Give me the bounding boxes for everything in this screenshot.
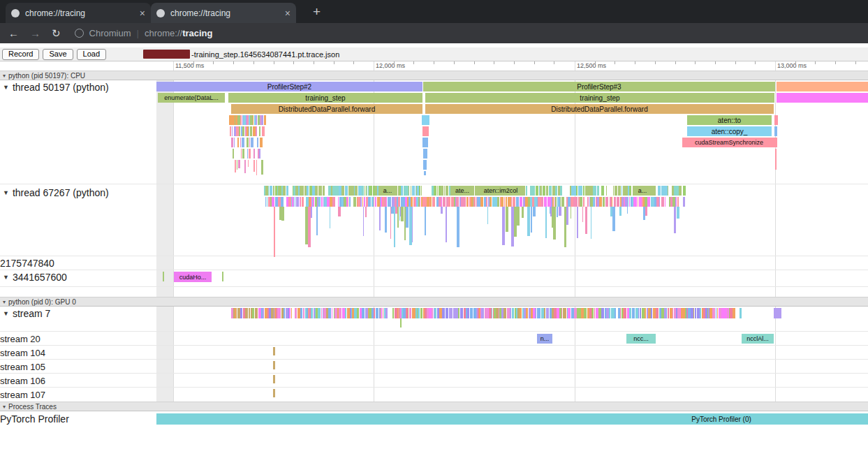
- trace-event-micro[interactable]: [425, 207, 426, 235]
- trace-event-micro[interactable]: [516, 197, 519, 207]
- trace-event-micro[interactable]: [362, 308, 365, 318]
- trace-event-micro[interactable]: [473, 197, 476, 207]
- trace-event-micro[interactable]: [645, 308, 646, 318]
- trace-event-micro[interactable]: [659, 197, 660, 207]
- trace-event[interactable]: [774, 115, 778, 125]
- trace-event-micro[interactable]: [261, 160, 263, 175]
- trace-event-micro[interactable]: [259, 126, 260, 136]
- trace-event-micro[interactable]: [412, 186, 415, 196]
- trace-event-micro[interactable]: [367, 186, 367, 196]
- trace-event-micro[interactable]: [385, 207, 387, 233]
- trace-event-micro[interactable]: [247, 149, 248, 159]
- trace-event-micro[interactable]: [420, 197, 420, 207]
- trace-event-micro[interactable]: [483, 308, 484, 318]
- trace-event-micro[interactable]: [397, 207, 399, 228]
- trace-event-micro[interactable]: [693, 308, 694, 318]
- trace-event-micro[interactable]: [443, 197, 446, 207]
- trace-event-micro[interactable]: [491, 197, 492, 207]
- trace-event-micro[interactable]: [371, 186, 372, 196]
- trace-event[interactable]: [273, 375, 275, 383]
- trace-event-micro[interactable]: [363, 207, 364, 236]
- trace-event-micro[interactable]: [609, 308, 610, 318]
- trace-event-micro[interactable]: [375, 197, 376, 207]
- trace-event-micro[interactable]: [526, 186, 527, 196]
- trace-event-micro[interactable]: [238, 160, 240, 168]
- trace-event-micro[interactable]: [568, 308, 571, 318]
- trace-event-micro[interactable]: [267, 197, 267, 207]
- trace-event-micro[interactable]: [360, 197, 362, 207]
- trace-event-micro[interactable]: [296, 197, 299, 207]
- trace-event[interactable]: PyTorch Profiler (0): [156, 413, 868, 425]
- trace-event-micro[interactable]: [740, 308, 742, 318]
- trace-event[interactable]: ProfilerStep#2: [156, 82, 422, 91]
- trace-event-micro[interactable]: [520, 197, 522, 207]
- trace-event-micro[interactable]: [318, 308, 321, 318]
- trace-event-micro[interactable]: [470, 308, 473, 318]
- trace-event-micro[interactable]: [532, 186, 535, 196]
- trace-event-micro[interactable]: [259, 149, 260, 159]
- trace-event-micro[interactable]: [368, 197, 371, 207]
- trace-event-micro[interactable]: [420, 308, 422, 318]
- trace-event[interactable]: [273, 347, 275, 355]
- trace-event-micro[interactable]: [605, 197, 608, 207]
- trace-event-micro[interactable]: [240, 115, 242, 125]
- trace-event-micro[interactable]: [600, 197, 602, 207]
- trace-event-micro[interactable]: [613, 186, 614, 196]
- trace-event[interactable]: [775, 138, 777, 147]
- trace-event-micro[interactable]: [286, 186, 288, 196]
- trace-event[interactable]: DistributedDataParallel.forward: [425, 104, 774, 114]
- trace-event-micro[interactable]: [621, 186, 622, 196]
- trace-event-micro[interactable]: [620, 308, 621, 318]
- trace-event-micro[interactable]: [666, 308, 667, 318]
- trace-event-micro[interactable]: [531, 207, 532, 233]
- track-label[interactable]: ▼thread 50197 (python): [3, 82, 109, 93]
- trace-event-micro[interactable]: [456, 197, 459, 207]
- trace-event-micro[interactable]: [249, 138, 250, 147]
- track-label[interactable]: stream 104: [0, 347, 45, 358]
- trace-event-micro[interactable]: [355, 186, 358, 196]
- trace-event-micro[interactable]: [381, 308, 382, 318]
- trace-event[interactable]: [424, 171, 426, 175]
- trace-event-micro[interactable]: [535, 308, 536, 318]
- track-label[interactable]: stream 105: [0, 361, 45, 372]
- trace-event-micro[interactable]: [231, 138, 233, 147]
- trace-event-micro[interactable]: [695, 308, 696, 318]
- trace-event[interactable]: [222, 272, 223, 281]
- trace-event-micro[interactable]: [248, 160, 249, 167]
- trace-event-micro[interactable]: [300, 308, 302, 318]
- trace-event-micro[interactable]: [234, 138, 235, 147]
- trace-event-micro[interactable]: [585, 207, 587, 234]
- trace-event-micro[interactable]: [392, 308, 394, 318]
- trace-event[interactable]: [274, 207, 275, 257]
- trace-event-micro[interactable]: [629, 197, 630, 207]
- trace-event-micro[interactable]: [268, 186, 269, 196]
- trace-event-micro[interactable]: [597, 186, 599, 196]
- section-header[interactable]: ▾python (pid 0): GPU 0: [0, 297, 868, 307]
- trace-event[interactable]: ate...: [450, 186, 474, 196]
- trace-event-micro[interactable]: [311, 308, 313, 318]
- trace-event[interactable]: [774, 308, 781, 318]
- trace-event[interactable]: [163, 272, 164, 281]
- trace-event-micro[interactable]: [546, 308, 549, 318]
- trace-event-micro[interactable]: [242, 138, 244, 147]
- trace-event-micro[interactable]: [421, 186, 422, 196]
- trace-event-micro[interactable]: [575, 197, 578, 207]
- trace-event-micro[interactable]: [385, 308, 388, 318]
- trace-event-micro[interactable]: [674, 207, 676, 233]
- trace-event-micro[interactable]: [566, 207, 568, 225]
- trace-event-micro[interactable]: [315, 186, 318, 196]
- trace-event-micro[interactable]: [612, 197, 612, 207]
- trace-event-micro[interactable]: [253, 115, 253, 125]
- trace-event-micro[interactable]: [401, 186, 403, 196]
- trace-event-micro[interactable]: [253, 149, 255, 159]
- trace-event-micro[interactable]: [446, 207, 447, 242]
- trace-event-micro[interactable]: [457, 207, 459, 247]
- trace-event-micro[interactable]: [348, 197, 348, 207]
- trace-event-micro[interactable]: [441, 186, 443, 196]
- trace-event-micro[interactable]: [349, 197, 351, 207]
- trace-event-micro[interactable]: [672, 308, 673, 318]
- trace-event[interactable]: [422, 126, 429, 136]
- trace-event-micro[interactable]: [497, 197, 499, 207]
- track-label[interactable]: 2175747840: [0, 258, 54, 269]
- trace-event-micro[interactable]: [656, 308, 659, 318]
